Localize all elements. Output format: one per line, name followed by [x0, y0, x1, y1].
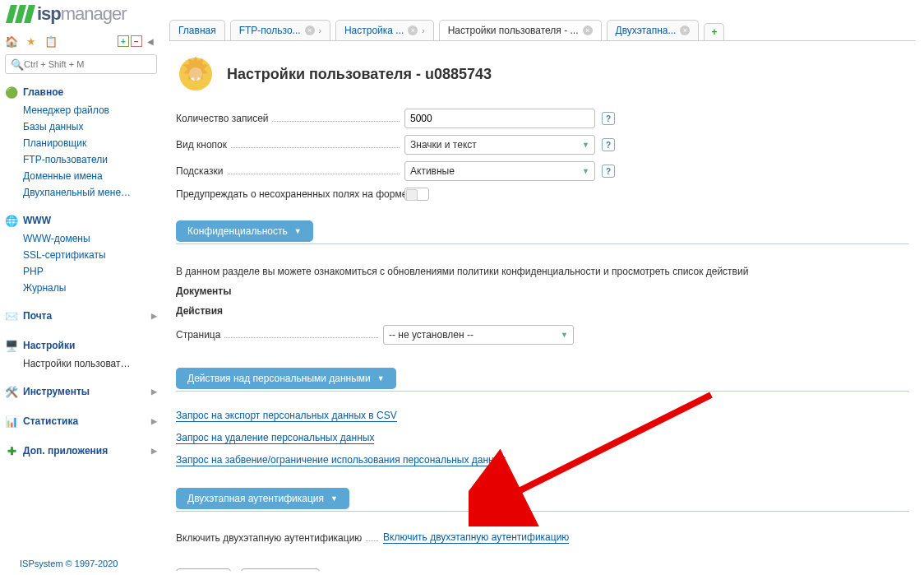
toggle-warn[interactable] — [404, 188, 429, 201]
tab-twofa-label: Двухэтапна... — [616, 25, 677, 36]
chevron-right-icon: ▶ — [151, 387, 157, 396]
tab-ftp[interactable]: FTP-пользо... × › — [230, 20, 330, 40]
nav-item-domains[interactable]: Доменные имена — [23, 168, 157, 184]
search-input-wrap[interactable]: 🔍 — [5, 54, 157, 74]
logo-text: ispmanager — [37, 3, 127, 25]
nav-stats-label: Статистика — [23, 415, 78, 427]
chevron-right-icon: ▶ — [151, 312, 157, 320]
nav-addons-label: Доп. приложения — [23, 445, 108, 457]
nav-item-scheduler[interactable]: Планировщик — [23, 135, 157, 151]
section-privacy-label: Конфиденциальность — [187, 225, 288, 237]
nav-main-label: Главное — [23, 86, 63, 98]
nav-mail[interactable]: ✉️ Почта ▶ — [5, 306, 157, 326]
section-personal-label: Действия над персональными данными — [187, 373, 371, 384]
chevron-down-icon: ▼ — [294, 227, 302, 235]
section-twofa-label: Двухэтапная аутентификация — [187, 493, 324, 504]
nav-item-usersettings[interactable]: Настройки пользоват… — [23, 355, 157, 372]
select-buttons[interactable]: Значки и текст▼ — [404, 135, 595, 155]
nav-item-ssl[interactable]: SSL-сертификаты — [23, 247, 157, 263]
nav-settings[interactable]: 🖥️ Настройки — [5, 336, 157, 355]
section-personal-head[interactable]: Действия над персональными данными ▼ — [176, 368, 396, 389]
nav-item-filemanager[interactable]: Менеджер файлов — [23, 102, 157, 118]
tools-icon: 🛠️ — [5, 385, 18, 398]
tab-setup-label: Настройка ... — [344, 25, 404, 36]
collapse-minus-button[interactable]: − — [131, 35, 142, 47]
nav-settings-label: Настройки — [23, 340, 75, 351]
clipboard-icon[interactable]: 📋 — [44, 35, 58, 48]
home-icon[interactable]: 🏠 — [5, 35, 18, 48]
close-icon[interactable]: × — [680, 26, 690, 35]
expand-plus-button[interactable]: + — [118, 35, 129, 47]
chevron-right-icon: ▶ — [151, 417, 157, 425]
tab-usersettings-label: Настройки пользователя - ... — [448, 25, 579, 36]
input-records[interactable] — [404, 109, 595, 128]
search-icon: 🔍 — [11, 58, 24, 71]
label-buttons: Вид кнопок — [176, 139, 404, 151]
nav-tools-label: Инструменты — [23, 386, 90, 397]
chevron-down-icon: ▼ — [377, 374, 385, 383]
close-icon[interactable]: × — [305, 26, 315, 35]
privacy-actions-heading: Действия — [176, 305, 909, 317]
cancel-button[interactable]: Отмена — [241, 568, 321, 571]
nav-stats[interactable]: 📊 Статистика ▶ — [5, 411, 157, 431]
select-page[interactable]: -- не установлен --▼ — [383, 325, 574, 345]
nav-item-ftp[interactable]: FTP-пользователи — [23, 151, 157, 168]
tab-twofa[interactable]: Двухэтапна... × — [607, 20, 700, 40]
label-records: Количество записей — [176, 113, 404, 124]
link-enable-2fa[interactable]: Включить двухэтапную аутентификацию — [383, 531, 569, 544]
nav-www[interactable]: 🌐 WWW — [5, 211, 157, 230]
star-icon[interactable]: ★ — [25, 35, 38, 48]
page-title: Настройки пользователя - u0885743 — [227, 66, 492, 83]
nav-item-php[interactable]: PHP — [23, 263, 157, 280]
nav-main[interactable]: 🟢 Главное — [5, 82, 157, 102]
section-twofa-head[interactable]: Двухэтапная аутентификация ▼ — [176, 488, 349, 509]
privacy-docs-heading: Документы — [176, 285, 909, 297]
close-icon[interactable]: × — [408, 26, 418, 35]
nav-item-logs[interactable]: Журналы — [23, 280, 157, 296]
nav-addons[interactable]: ✚ Доп. приложения ▶ — [5, 441, 157, 461]
privacy-intro: В данном разделе вы можете ознакомиться … — [176, 266, 909, 277]
chevron-down-icon: ▼ — [561, 331, 568, 339]
label-hints: Подсказки — [176, 165, 404, 177]
tab-usersettings[interactable]: Настройки пользователя - ... × — [439, 20, 602, 40]
link-export-csv[interactable]: Запрос на экспорт персональных данных в … — [176, 410, 397, 422]
nav-item-wwwdomains[interactable]: WWW-домены — [23, 230, 157, 247]
help-icon[interactable]: ? — [602, 112, 615, 125]
tab-home[interactable]: Главная — [169, 20, 225, 40]
nav-mail-label: Почта — [23, 310, 52, 322]
logo-bars-icon — [6, 5, 35, 23]
help-icon[interactable]: ? — [602, 138, 615, 151]
chevron-left-icon[interactable]: ◀ — [144, 35, 157, 48]
chevron-right-icon: ▶ — [151, 447, 157, 455]
chevron-right-icon: › — [319, 26, 321, 35]
monitor-icon: 🖥️ — [5, 339, 18, 352]
close-icon[interactable]: × — [583, 26, 593, 35]
nav-item-twopanel[interactable]: Двухпанельный мене… — [23, 184, 157, 201]
select-hints[interactable]: Активные▼ — [404, 161, 595, 181]
nav-tools[interactable]: 🛠️ Инструменты ▶ — [5, 382, 157, 401]
toolbar: 🏠 ★ 📋 + − ◀ — [5, 33, 157, 49]
tab-setup[interactable]: Настройка ... × › — [335, 20, 434, 40]
chevron-right-icon: › — [422, 26, 424, 35]
sidebar: 🏠 ★ 📋 + − ◀ 🔍 🟢 Главное Менеджер файлов … — [5, 33, 157, 471]
nav-item-databases[interactable]: Базы данных — [23, 118, 157, 135]
tab-home-label: Главная — [178, 25, 216, 36]
chevron-down-icon: ▼ — [330, 494, 338, 503]
plus-icon: ✚ — [5, 444, 18, 457]
link-forget-data[interactable]: Запрос на забвение/ограничение использов… — [176, 454, 506, 466]
footer-copyright[interactable]: ISPsystem © 1997-2020 — [20, 559, 118, 568]
search-input[interactable] — [24, 59, 151, 69]
section-privacy-head[interactable]: Конфиденциальность ▼ — [176, 220, 313, 242]
nav-www-label: WWW — [23, 215, 51, 226]
main-content: Настройки пользователя - u0885743 Количе… — [176, 48, 917, 571]
chevron-down-icon: ▼ — [582, 141, 589, 149]
label-enable-2fa: Включить двухэтапную аутентификацию — [176, 532, 383, 544]
tab-add-button[interactable]: + — [704, 23, 724, 40]
help-icon[interactable]: ? — [602, 165, 615, 178]
select-buttons-value: Значки и текст — [410, 139, 477, 151]
ok-button[interactable]: Ok — [176, 568, 231, 571]
chevron-down-icon: ▼ — [582, 167, 589, 175]
label-page: Страница — [176, 329, 383, 341]
link-delete-data[interactable]: Запрос на удаление персональных данных — [176, 432, 374, 444]
select-page-value: -- не установлен -- — [389, 329, 474, 341]
